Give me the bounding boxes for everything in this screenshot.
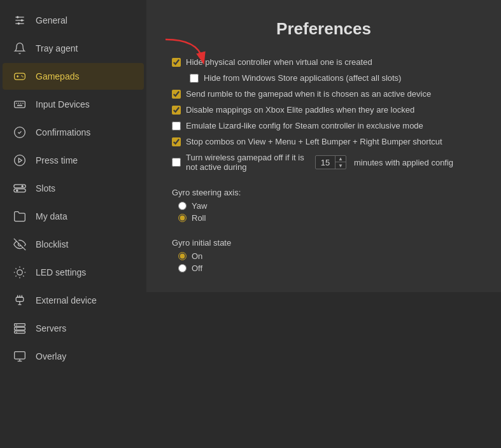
svg-marker-19 (18, 158, 22, 163)
keyboard-icon (13, 97, 27, 111)
folder-icon (13, 209, 27, 223)
radio-row-off: Off (178, 263, 476, 273)
sidebar-item-label: Blocklist (36, 239, 68, 249)
radio-on[interactable] (178, 252, 187, 260)
gyro-initial-section: Gyro initial state On Off (172, 232, 476, 273)
play-circle-icon (13, 153, 27, 167)
svg-rect-20 (14, 185, 25, 188)
spinbox-arrows: ▲ ▼ (335, 156, 346, 169)
sidebar-item-input-devices[interactable]: Input Devices (3, 91, 144, 118)
options-list: Hide physical controller when virtual on… (172, 54, 476, 273)
sidebar-item-servers[interactable]: Servers (3, 315, 144, 342)
sidebar-item-press-time[interactable]: Press time (3, 147, 144, 174)
svg-point-43 (16, 325, 17, 326)
checkbox-hide-physical[interactable] (172, 58, 181, 67)
plug-icon (13, 293, 27, 307)
sidebar-item-my-data[interactable]: My data (3, 203, 144, 230)
sidebar-item-tray-agent[interactable]: Tray agent (3, 35, 144, 62)
bell-icon (13, 41, 27, 55)
svg-line-33 (23, 269, 24, 269)
radio-off-label: Off (192, 263, 202, 273)
radio-yaw[interactable] (178, 202, 187, 210)
check-circle-icon (13, 125, 27, 139)
svg-point-23 (16, 190, 18, 192)
sidebar-item-label: Tray agent (36, 43, 78, 53)
gyro-axis-label: Gyro steering axis: (172, 188, 476, 197)
sidebar-item-label: Confirmations (36, 127, 90, 137)
svg-point-3 (17, 16, 18, 18)
option-row-5: Emulate Lizard-like config for Steam con… (172, 118, 476, 134)
checkbox-turn-wireless[interactable] (172, 158, 181, 167)
checkbox-hide-windows-store[interactable] (190, 74, 199, 83)
svg-rect-46 (15, 352, 25, 360)
page-title: Preferences (172, 19, 476, 39)
option-row-2: Hide from Windows Store applications (af… (172, 70, 476, 86)
spinbox-input[interactable]: 15 (316, 158, 335, 167)
sidebar-item-led-settings[interactable]: LED settings (3, 259, 144, 286)
sidebar-item-label: LED settings (36, 267, 86, 277)
svg-rect-21 (14, 189, 25, 192)
radio-yaw-label: Yaw (192, 201, 207, 211)
option-label-7-post: minutes with applied config (354, 158, 476, 167)
sidebar-item-slots[interactable]: Slots (3, 175, 144, 202)
svg-point-45 (16, 332, 17, 333)
svg-point-22 (22, 185, 24, 187)
gyro-initial-label: Gyro initial state (172, 238, 476, 248)
sidebar-item-label: My data (36, 211, 67, 221)
svg-rect-41 (15, 327, 25, 330)
svg-point-10 (22, 76, 24, 78)
main-wrapper: Preferences Hide physical controller whe… (146, 0, 501, 448)
svg-point-18 (15, 155, 25, 166)
option-label-6: Stop combos on View + Menu + Left Bumper… (186, 137, 476, 146)
svg-rect-11 (15, 101, 25, 108)
eye-off-icon (13, 237, 27, 251)
sliders-icon (13, 13, 27, 27)
sidebar-item-general[interactable]: General (3, 7, 144, 34)
svg-line-28 (16, 269, 17, 269)
sidebar-item-label: General (36, 15, 67, 25)
checkbox-emulate-lizard[interactable] (172, 122, 181, 130)
sidebar-item-blocklist[interactable]: Blocklist (3, 231, 144, 258)
spinbox-up-button[interactable]: ▲ (335, 156, 346, 162)
main-content: Preferences Hide physical controller whe… (146, 0, 501, 292)
radio-row-roll: Roll (178, 213, 476, 223)
spinbox-minutes: 15 ▲ ▼ (315, 155, 346, 169)
radio-roll[interactable] (178, 214, 187, 222)
radio-on-label: On (192, 251, 202, 261)
sidebar-item-external-device[interactable]: External device (3, 287, 144, 314)
option-row-3: Send rumble to the gamepad when it is ch… (172, 86, 476, 102)
radio-row-on: On (178, 251, 476, 261)
checkbox-disable-mappings[interactable] (172, 106, 181, 115)
sidebar-item-label: Slots (36, 183, 55, 193)
option-row-6: Stop combos on View + Menu + Left Bumper… (172, 134, 476, 150)
option-label-1: Hide physical controller when virtual on… (186, 57, 476, 67)
gyro-axis-section: Gyro steering axis: Yaw Roll (172, 181, 476, 223)
option-label-3: Send rumble to the gamepad when it is ch… (186, 89, 476, 99)
radio-off[interactable] (178, 264, 187, 272)
sidebar-item-label: Press time (36, 155, 78, 165)
svg-rect-6 (15, 73, 25, 80)
radio-row-yaw: Yaw (178, 201, 476, 211)
sidebar-item-label: External device (36, 295, 97, 305)
option-row-7: Turn wireless gamepad off if it is not a… (172, 150, 476, 175)
spinbox-down-button[interactable]: ▼ (335, 162, 346, 169)
svg-rect-40 (15, 324, 25, 326)
server-icon (13, 321, 27, 335)
sidebar: General Tray agent Gamepads Input Device… (0, 0, 146, 448)
svg-point-9 (22, 75, 23, 76)
sidebar-item-overlay[interactable]: Overlay (3, 343, 144, 370)
gyro-axis-radio-group: Yaw Roll (172, 201, 476, 223)
svg-point-44 (16, 328, 17, 330)
sidebar-item-label: Gamepads (36, 71, 79, 81)
checkbox-stop-combos[interactable] (172, 137, 181, 146)
svg-line-29 (23, 276, 24, 276)
sidebar-item-confirmations[interactable]: Confirmations (3, 119, 144, 146)
option-label-2: Hide from Windows Store applications (af… (204, 73, 476, 83)
sidebar-item-gamepads[interactable]: Gamepads (3, 63, 144, 90)
monitor-icon (13, 349, 27, 363)
checkbox-send-rumble[interactable] (172, 90, 181, 99)
toggle-icon (13, 181, 27, 195)
radio-roll-label: Roll (192, 213, 206, 223)
svg-rect-42 (15, 331, 25, 333)
sun-icon (13, 265, 27, 279)
